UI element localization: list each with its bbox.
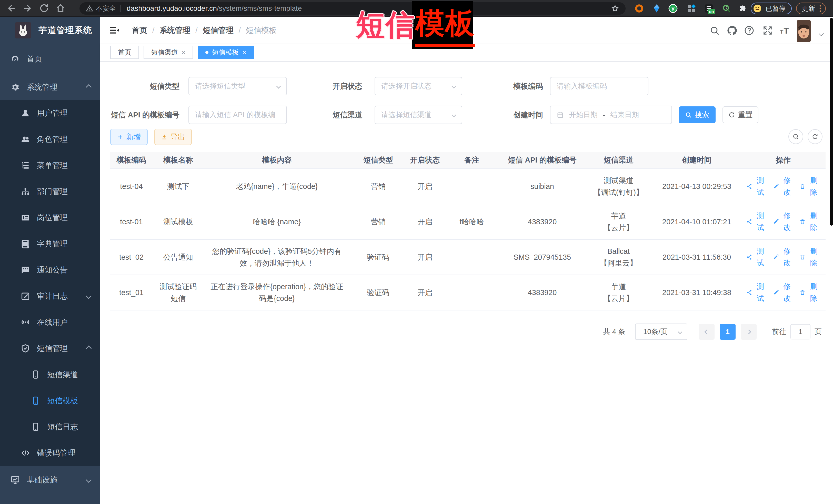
browser-reload-icon[interactable] <box>39 3 49 13</box>
user-avatar[interactable] <box>797 20 811 42</box>
sidebar-item-label: 菜单管理 <box>37 160 68 171</box>
reset-button[interactable]: 重置 <box>722 106 758 123</box>
sidebar-item-label: 用户管理 <box>37 108 68 118</box>
sms-template-table: 模板编码 模板名称 模板内容 短信类型 开启状态 备注 短信 API 的模板编号… <box>110 152 826 310</box>
hamburger-collapse-icon[interactable] <box>109 25 120 36</box>
channel-select[interactable]: 请选择短信渠道 <box>375 105 462 124</box>
export-button[interactable]: 导出 <box>154 129 192 145</box>
sidebar-item-system[interactable]: 系统管理 <box>0 74 100 100</box>
github-icon[interactable] <box>727 25 737 36</box>
avatar-dropdown-caret[interactable] <box>819 31 824 36</box>
sidebar-item-label: 短信管理 <box>37 343 68 354</box>
edit-link[interactable]: 修改 <box>773 210 794 234</box>
delete-link[interactable]: 删除 <box>800 174 820 198</box>
status-select[interactable]: 请选择开启状态 <box>375 77 462 95</box>
test-link[interactable]: 测试 <box>746 281 767 304</box>
tab-home[interactable]: 首页 <box>110 46 139 59</box>
test-link[interactable]: 测试 <box>746 174 767 198</box>
extension-magnifier-icon[interactable] <box>721 4 731 13</box>
fullscreen-icon[interactable] <box>762 25 773 36</box>
delete-link[interactable]: 删除 <box>800 245 820 269</box>
sidebar-item-sms-log[interactable]: 短信日志 <box>0 414 100 440</box>
page-size-select[interactable]: 10条/页 <box>635 323 687 340</box>
tab-close-icon[interactable]: × <box>182 49 185 56</box>
chevron-down-icon <box>276 84 281 89</box>
address-bar[interactable]: 不安全 dashboard.yudao.iocoder.cn/system/sm… <box>79 2 625 15</box>
test-link[interactable]: 测试 <box>746 210 767 234</box>
sidebar-item-online-users[interactable]: 在线用户 <box>0 309 100 335</box>
sidebar-item-dict[interactable]: 字典管理 <box>0 231 100 257</box>
breadcrumb-item[interactable]: 首页 <box>132 25 147 35</box>
breadcrumb-item[interactable]: 系统管理 <box>160 25 190 35</box>
app-logo-row[interactable]: 芋道管理系统 <box>0 17 100 44</box>
sidebar-item-posts[interactable]: 岗位管理 <box>0 205 100 231</box>
template-code-input[interactable] <box>556 82 642 90</box>
header-search-icon[interactable] <box>709 25 720 36</box>
extensions-puzzle-icon[interactable] <box>737 4 747 13</box>
main-area: 首页 / 系统管理 / 短信管理 / 短信模板 TT 首页 短信渠道× 短信模板… <box>100 17 833 504</box>
trash-icon <box>800 254 806 261</box>
prev-page-button[interactable] <box>699 324 715 340</box>
sidebar-item-departments[interactable]: 部门管理 <box>0 178 100 205</box>
cell-api-id: 4383920 <box>500 275 585 310</box>
cell-api-id: suibian <box>500 169 585 204</box>
sms-type-select[interactable]: 请选择短信类型 <box>188 77 287 95</box>
tab-sms-channel[interactable]: 短信渠道× <box>144 46 193 59</box>
sidebar-item-notice[interactable]: 通知公告 <box>0 257 100 283</box>
extension-y-icon[interactable]: y <box>668 4 678 13</box>
sidebar-item-menus[interactable]: 菜单管理 <box>0 152 100 178</box>
sidebar-item-roles[interactable]: 角色管理 <box>0 126 100 152</box>
monitor-chart-icon <box>10 475 20 485</box>
edit-link[interactable]: 修改 <box>773 281 794 304</box>
browser-profile-chip[interactable]: 已暂停 <box>751 3 792 14</box>
sidebar-item-sms[interactable]: 短信管理 <box>0 335 100 361</box>
sidebar-item-users[interactable]: 用户管理 <box>0 100 100 126</box>
extension-list-icon[interactable]: on <box>704 4 714 13</box>
bookmark-star-icon[interactable] <box>611 4 619 13</box>
next-page-button[interactable] <box>741 324 757 340</box>
extension-gem-icon[interactable] <box>652 4 662 13</box>
current-page-button[interactable]: 1 <box>720 324 736 340</box>
sidebar-item-sms-channel[interactable]: 短信渠道 <box>0 361 100 388</box>
page-scrollbar-thumb[interactable] <box>830 18 833 225</box>
cell-actions: 测试 修改 删除 <box>741 239 826 275</box>
col-header: 模板内容 <box>204 152 350 169</box>
sidebar-item-home[interactable]: 首页 <box>0 46 100 72</box>
delete-link[interactable]: 删除 <box>800 210 820 234</box>
show-search-toggle-button[interactable] <box>788 129 803 144</box>
chevron-right-icon <box>746 330 751 334</box>
shield-check-icon <box>21 343 30 353</box>
date-separator: - <box>603 111 605 119</box>
tab-sms-template[interactable]: 短信模板× <box>198 46 254 59</box>
test-link[interactable]: 测试 <box>746 245 767 269</box>
update-label: 更新 <box>802 4 815 13</box>
sidebar-item-infrastructure[interactable]: 基础设施 <box>0 467 100 493</box>
browser-home-icon[interactable] <box>55 3 66 13</box>
sidebar-item-sms-template[interactable]: 短信模板 <box>0 388 100 414</box>
browser-update-button[interactable]: 更新 <box>796 3 826 14</box>
search-button[interactable]: 搜索 <box>679 106 716 123</box>
edit-link[interactable]: 修改 <box>773 174 794 198</box>
font-size-icon[interactable]: TT <box>779 25 790 36</box>
extension-donut-icon[interactable] <box>634 4 644 13</box>
add-button[interactable]: 新增 <box>110 129 148 145</box>
sidebar-item-audit-log[interactable]: 审计日志 <box>0 283 100 309</box>
select-placeholder: 请选择短信类型 <box>195 81 277 91</box>
browser-back-icon[interactable] <box>6 3 17 13</box>
delete-link[interactable]: 删除 <box>800 281 820 304</box>
create-time-range-picker[interactable]: 开始日期 - 结束日期 <box>550 105 672 124</box>
help-icon[interactable] <box>744 25 755 36</box>
extension-grid-icon[interactable] <box>687 4 696 13</box>
chevron-down-icon <box>452 84 456 89</box>
refresh-table-button[interactable] <box>808 129 823 144</box>
browser-menu-dots-icon[interactable] <box>819 4 822 13</box>
sidebar-item-error-code[interactable]: 错误码管理 <box>0 440 100 466</box>
edit-link[interactable]: 修改 <box>773 245 794 269</box>
api-template-id-input[interactable] <box>195 111 280 119</box>
goto-page-input[interactable] <box>790 324 810 339</box>
tab-label: 短信渠道 <box>151 48 178 57</box>
breadcrumb-item[interactable]: 短信管理 <box>203 25 234 35</box>
tab-close-icon[interactable]: × <box>242 49 246 56</box>
sidebar-item-label: 短信日志 <box>47 422 78 432</box>
browser-forward-icon[interactable] <box>23 3 33 13</box>
